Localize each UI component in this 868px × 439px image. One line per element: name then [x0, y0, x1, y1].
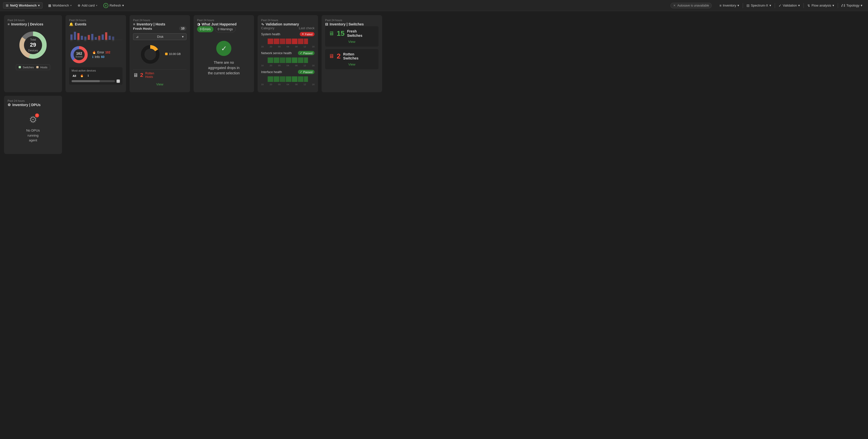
filter-error-button[interactable]: 🔥	[79, 73, 85, 78]
svg-rect-31	[280, 38, 285, 44]
svg-rect-4	[70, 34, 72, 40]
filter-icon: ⊿	[136, 35, 138, 38]
nav-separator-2	[775, 3, 775, 8]
val-row-system-health: System health ✕ Failed 16200004	[261, 32, 314, 48]
dpus-card-title: ⚙ Inventory | DPUs	[7, 103, 59, 107]
add-card-label: Add card	[82, 3, 95, 7]
hosts-filter-select[interactable]: ⊿ Disk ▾	[133, 33, 186, 40]
events-mini-chart: 17 21 01 05 09 13 15	[69, 26, 123, 42]
legend-hosts: Hosts	[36, 66, 48, 69]
svg-text:13: 13	[105, 39, 107, 41]
nav-flow-analysis[interactable]: ↯ Flow analysis ▾	[805, 2, 837, 8]
fresh-switches-label: FreshSwitches	[347, 29, 363, 38]
inventory-icon: ≡	[719, 3, 721, 7]
val-badge-network: ✓ Passed	[298, 51, 314, 55]
nav-spectrumx[interactable]: ⊟ Spectrum-X ▾	[744, 2, 774, 8]
rotten-count: 2	[140, 72, 143, 79]
fresh-switches-icon: 🖥	[329, 30, 334, 37]
svg-rect-48	[298, 76, 304, 82]
devices-icon: ≡	[7, 22, 9, 26]
val-row-network-header: Network service health ✓ Passed	[261, 51, 314, 55]
wjh-tab-warnings[interactable]: 0 Warnings	[215, 26, 236, 32]
rotten-hosts-row: 🖥 2 RottenHosts	[133, 69, 186, 81]
interface-passed-icon: ✓	[300, 70, 302, 73]
filter-info-button[interactable]: ℹ	[87, 73, 90, 78]
svg-rect-34	[298, 38, 304, 44]
devices-card-time: Past 24 hours	[7, 19, 59, 22]
rotten-switches-view-link[interactable]: View	[329, 63, 375, 66]
most-active-label: Most-active devices	[71, 69, 120, 72]
filter-label: Disk	[157, 35, 163, 38]
switches-icon: ⊟	[325, 22, 328, 26]
validation-icon: ✓	[778, 3, 781, 7]
wjh-icon: ◑	[197, 22, 200, 26]
dpus-warning-icon-wrap: ⚙ !	[29, 115, 37, 125]
wjh-message: There are noaggregated drops inthe curre…	[208, 60, 240, 76]
switches-card-time: Past 24 hours	[325, 19, 378, 22]
hosts-view-link[interactable]: View	[133, 83, 186, 86]
inventory-label: Inventory	[723, 3, 736, 7]
spectrumx-icon: ⊟	[746, 3, 749, 7]
fresh-switches-view-link[interactable]: View	[329, 40, 375, 43]
svg-rect-38	[280, 58, 285, 63]
wjh-tab-errors[interactable]: 0 Errors	[197, 26, 214, 32]
autosave-label: Autosave is unavailable	[677, 4, 709, 7]
info-label: Info	[95, 55, 100, 59]
add-card-button[interactable]: ⊕ Add card ▾	[75, 2, 100, 8]
devices-donut-chart: Total 29 Devices	[17, 29, 50, 62]
events-total-label: Events	[75, 56, 83, 58]
svg-rect-37	[274, 58, 279, 63]
events-error-stat: 🔥 Error 102	[92, 51, 111, 54]
nav-separator-4	[838, 3, 838, 8]
nav-inventory[interactable]: ≡ Inventory ▾	[717, 2, 742, 8]
val-badge-interface: ✓ Passed	[298, 70, 314, 74]
wjh-card-time: Past 24 hours	[197, 19, 250, 22]
rotten-switches-label: RottenSwitches	[343, 52, 359, 61]
workbench-button[interactable]: ▦ Workbench ▾	[45, 2, 74, 8]
svg-rect-43	[268, 76, 273, 82]
dpus-alert-badge: !	[35, 114, 39, 118]
brand-dropdown[interactable]: ⊞ NetQ Workbench ▾	[3, 2, 42, 8]
inventory-hosts-card: Past 24 hours ≡ Inventory | Hosts Fresh …	[129, 15, 190, 92]
val-row-system-health-header: System health ✕ Failed	[261, 32, 314, 36]
devices-donut-container: Total 29 Devices Switches Hosts	[7, 26, 59, 72]
dpus-icon: ⚙	[7, 103, 11, 107]
inventory-switches-card: Past 24 hours ⊟ Inventory | Switches 🖥 1…	[321, 15, 382, 92]
svg-rect-39	[286, 58, 291, 63]
inventory-devices-card: Past 24 hours ≡ Inventory | Devices Tota…	[4, 15, 62, 92]
error-label: Error	[97, 51, 104, 54]
fresh-switches-row: 🖥 15 FreshSwitches	[329, 29, 375, 38]
events-card: Past 24 hours 🔔 Events	[65, 15, 126, 92]
events-circle-wrap: 162 Events 🔥 Error 102 ℹ Info 60	[69, 44, 123, 65]
hosts-donut-wrap: 10.00 GB	[133, 43, 186, 66]
rotten-switches-row: 🖥 2 RottenSwitches	[329, 52, 375, 61]
svg-rect-41	[298, 58, 304, 63]
refresh-button[interactable]: ⏸ Refresh ▾	[101, 2, 127, 9]
svg-text:17: 17	[70, 39, 72, 41]
top-nav-right: ≡ Inventory ▾ ⊟ Spectrum-X ▾ ✓ Validatio…	[717, 2, 865, 8]
nav-topology[interactable]: ⛙ Topology ▾	[839, 2, 865, 8]
svg-rect-49	[304, 76, 308, 82]
events-donut-chart: 162 Events	[69, 44, 89, 65]
events-donut-center: 162 Events	[75, 52, 83, 58]
svg-rect-35	[304, 38, 308, 44]
nav-validation[interactable]: ✓ Validation ▾	[776, 2, 803, 8]
val-label-network: Network service health	[261, 52, 291, 55]
total-unit: Devices	[28, 49, 38, 52]
filter-all-button[interactable]: All	[71, 74, 77, 78]
svg-rect-45	[280, 76, 285, 82]
info-count: 60	[101, 55, 104, 59]
workbench-icon: ▦	[48, 3, 51, 7]
inventory-chevron-icon: ▾	[738, 3, 739, 7]
legend-sq-disk	[165, 53, 167, 55]
hosts-legend: 10.00 GB	[165, 53, 181, 57]
validation-label: Validation	[783, 3, 797, 7]
progress-knob[interactable]	[117, 80, 120, 83]
val-row-interface-header: Interface health ✓ Passed	[261, 70, 314, 74]
rotten-switches-subcard: 🖥 2 RottenSwitches View	[325, 49, 378, 69]
wjh-card-title: ◑ What Just Happened	[197, 22, 250, 26]
val-time-labels-interface: 16200004081216	[261, 83, 314, 86]
fresh-hosts-count: 10	[179, 26, 186, 31]
wjh-check-icon: ✓	[216, 41, 231, 56]
svg-rect-14	[105, 32, 107, 40]
